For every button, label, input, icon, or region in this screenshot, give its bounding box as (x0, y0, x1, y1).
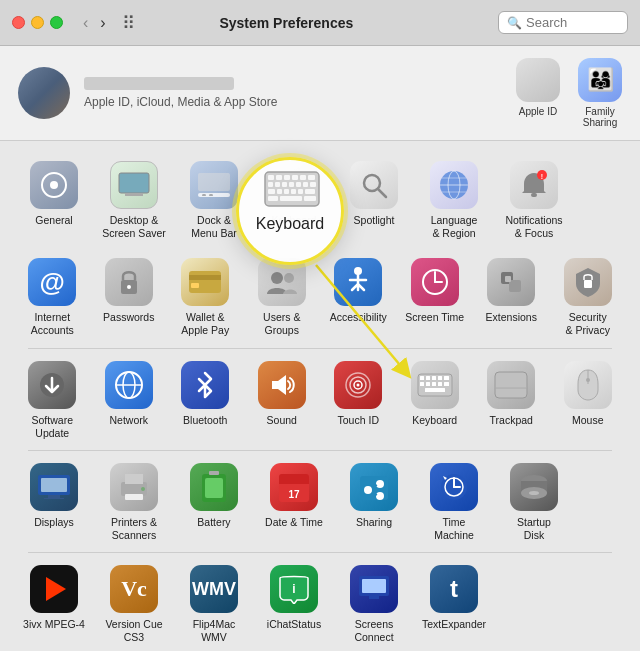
touch-id-label: Touch ID (338, 414, 379, 427)
family-sharing-item[interactable]: 👨‍👩‍👧 FamilySharing (578, 58, 622, 128)
pref-wallet-applepay[interactable]: Wallet &Apple Pay (167, 250, 244, 343)
pref-security-privacy[interactable]: Security& Privacy (550, 250, 627, 343)
keyboard-row1-icon (270, 161, 318, 209)
svg-rect-85 (420, 382, 424, 386)
svg-text:!: ! (541, 173, 543, 180)
search-input[interactable] (526, 15, 621, 30)
pref-3ivx[interactable]: 3ivx MPEG-4 (14, 557, 94, 650)
svg-rect-89 (444, 382, 449, 386)
pref-network[interactable]: Network (91, 353, 168, 446)
svg-point-61 (284, 273, 294, 283)
svg-rect-80 (420, 376, 424, 380)
time-machine-label: TimeMachine (434, 516, 474, 542)
pref-flip4mac[interactable]: WMV Flip4MacWMV (174, 557, 254, 650)
pref-sharing[interactable]: Sharing (334, 455, 414, 548)
apple-id-banner[interactable]: Apple ID, iCloud, Media & App Store Appl… (0, 46, 640, 141)
bluetooth-label: Bluetooth (183, 414, 227, 427)
svg-point-102 (141, 487, 145, 491)
screen-time-label: Screen Time (405, 311, 464, 324)
pref-printers-scanners[interactable]: Printers &Scanners (94, 455, 174, 548)
date-time-label: Date & Time (265, 516, 323, 529)
svg-rect-100 (125, 474, 143, 484)
svg-rect-57 (189, 271, 221, 293)
avatar (18, 67, 70, 119)
pref-mouse[interactable]: Mouse (550, 353, 627, 446)
sound-label: Sound (267, 414, 297, 427)
pref-dock-menubar[interactable]: Dock &Menu Bar (174, 153, 254, 246)
pref-touch-id[interactable]: Touch ID (320, 353, 397, 446)
date-time-icon: 17 (270, 463, 318, 511)
svg-rect-108 (279, 480, 309, 484)
pref-keyboard2[interactable]: Keyboard (397, 353, 474, 446)
dock-menubar-icon (190, 161, 238, 209)
titlebar: ‹ › ⠿ System Preferences 🔍 (0, 0, 640, 46)
textexpander-icon: t (430, 565, 478, 613)
svg-rect-58 (189, 275, 221, 280)
svg-text:17: 17 (288, 489, 300, 500)
pref-language-region[interactable]: Language& Region (414, 153, 494, 246)
screens-connect-icon (350, 565, 398, 613)
pref-users-groups[interactable]: Users &Groups (244, 250, 321, 343)
pref-trackpad[interactable]: Trackpad (473, 353, 550, 446)
pref-bluetooth[interactable]: Bluetooth (167, 353, 244, 446)
pref-desktop-screensaver[interactable]: Desktop &Screen Saver (94, 153, 174, 246)
displays-icon (30, 463, 78, 511)
window-title: System Preferences (83, 15, 490, 31)
pref-screen-time[interactable]: Screen Time (397, 250, 474, 343)
3ivx-icon (30, 565, 78, 613)
svg-rect-84 (444, 376, 449, 380)
pref-battery[interactable]: Battery (174, 455, 254, 548)
pref-textexpander[interactable]: t TextExpander (414, 557, 494, 650)
passwords-label: Passwords (103, 311, 154, 324)
pref-extensions[interactable]: Extensions (473, 250, 550, 343)
pref-software-update[interactable]: SoftwareUpdate (14, 353, 91, 446)
pref-sound[interactable]: Sound (244, 353, 321, 446)
svg-text:i: i (292, 582, 295, 596)
close-button[interactable] (12, 16, 25, 29)
keyboard-row1-label: Keyboard (272, 214, 317, 227)
pref-notifications-focus[interactable]: ! Notifications& Focus (494, 153, 574, 246)
apple-id-item[interactable]: Apple ID (516, 58, 560, 128)
svg-rect-34 (280, 177, 284, 180)
pref-time-machine[interactable]: TimeMachine (414, 455, 494, 548)
pref-internet-accounts[interactable]: @ InternetAccounts (14, 250, 91, 343)
family-sharing-icon: 👨‍👩‍👧 (578, 58, 622, 102)
pref-screens-connect[interactable]: ScreensConnect (334, 557, 414, 650)
trackpad-icon (487, 361, 535, 409)
search-box[interactable]: 🔍 (498, 11, 628, 34)
pref-version-cue[interactable]: Vc Version CueCS3 (94, 557, 174, 650)
svg-rect-68 (505, 276, 511, 282)
startup-disk-label: StartupDisk (517, 516, 551, 542)
minimize-button[interactable] (31, 16, 44, 29)
pref-general[interactable]: General (14, 153, 94, 246)
svg-rect-88 (438, 382, 442, 386)
desktop-screensaver-icon (110, 161, 158, 209)
prefs-row-2: @ InternetAccounts Passwords Wallet &App… (14, 250, 626, 343)
pref-accessibility[interactable]: Accessibility (320, 250, 397, 343)
pref-passwords[interactable]: Passwords (91, 250, 168, 343)
maximize-button[interactable] (50, 16, 63, 29)
pref-ichatstatus[interactable]: i iChatStatus (254, 557, 334, 650)
svg-point-113 (376, 492, 384, 500)
desktop-screensaver-label: Desktop &Screen Saver (102, 214, 166, 240)
svg-point-60 (271, 272, 283, 284)
svg-rect-44 (284, 188, 304, 191)
pref-spotlight[interactable]: Spotlight (334, 153, 414, 246)
spotlight-label: Spotlight (354, 214, 395, 227)
bluetooth-icon (181, 361, 229, 409)
pref-startup-disk[interactable]: StartupDisk (494, 455, 574, 548)
divider-3 (28, 552, 612, 553)
svg-rect-67 (509, 280, 521, 292)
keyboard2-icon (411, 361, 459, 409)
network-icon (105, 361, 153, 409)
pref-keyboard-row1[interactable]: Keyboard (254, 153, 334, 246)
sound-icon (258, 361, 306, 409)
spotlight-icon (350, 161, 398, 209)
family-sharing-label: FamilySharing (583, 106, 617, 128)
dock-menubar-label: Dock &Menu Bar (191, 214, 237, 240)
pref-displays[interactable]: Displays (14, 455, 94, 548)
ichatstatus-label: iChatStatus (267, 618, 321, 631)
pref-date-time[interactable]: 17 Date & Time (254, 455, 334, 548)
software-update-label: SoftwareUpdate (32, 414, 73, 440)
ichatstatus-icon: i (270, 565, 318, 613)
